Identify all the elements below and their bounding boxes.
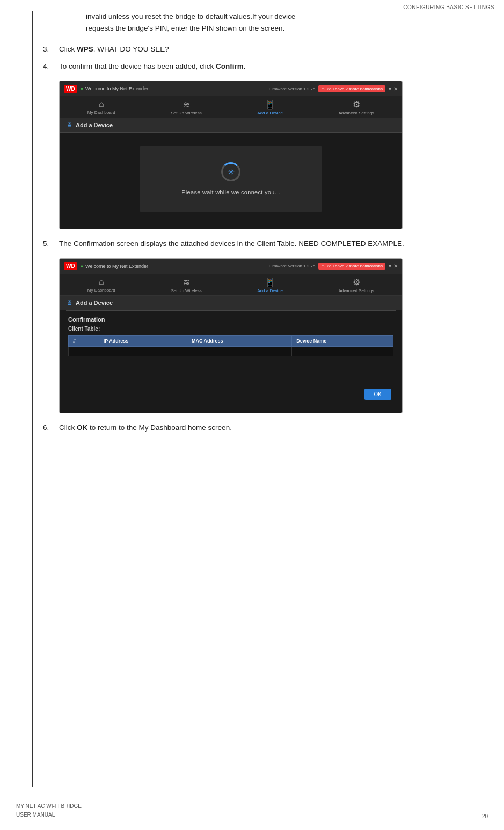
step-5: 5. The Confirmation screen displays the … — [43, 238, 488, 250]
table-row — [69, 346, 393, 356]
cell-hash — [69, 346, 99, 356]
wd-welcome-icon-2: ● — [81, 264, 83, 269]
nav-dashboard-label: My Dashboard — [87, 110, 115, 115]
client-table-label: Client Table: — [68, 326, 393, 332]
step-6-number: 6. — [43, 422, 59, 434]
wd-waiting-box: ✳ Please wait while we connect you... — [140, 146, 322, 212]
footer-manual: USER MANUAL — [16, 811, 82, 819]
col-hash: # — [69, 335, 99, 346]
step-4-prefix: To confirm that the device has been adde… — [59, 62, 216, 70]
warning-icon-2: ⚠ — [321, 264, 325, 268]
nav-advanced-label-2: Advanced Settings — [338, 288, 374, 293]
step-6-prefix: Click — [59, 424, 77, 432]
step-5-number: 5. — [43, 238, 59, 250]
step-6: 6. Click OK to return to the My Dashboar… — [43, 422, 488, 434]
wd-nav-2: ⌂ My Dashboard ≋ Set Up Wireless 📱 Add a… — [60, 274, 402, 296]
table-header-row: # IP Address MAC Address Device Name — [69, 335, 393, 346]
ok-button[interactable]: OK — [364, 389, 391, 400]
step-6-text: Click OK to return to the My Dashboard h… — [59, 422, 488, 434]
wd-firmware-2: Firmware Version 1.2.75 — [269, 264, 316, 268]
ok-button-row: OK — [68, 389, 393, 400]
wd-topbar-right-2: Firmware Version 1.2.75 ⚠ You have 2 mor… — [269, 263, 398, 270]
nav-dashboard-2[interactable]: ⌂ My Dashboard — [87, 277, 115, 293]
section-title-2: Add a Device — [76, 300, 113, 306]
cell-mac — [187, 346, 291, 356]
wd-topbar-icons: ▾ ✕ — [389, 86, 398, 92]
wd-topbar: WD ● Welcome to My Net Extender Firmware… — [60, 81, 402, 96]
nav-advanced-label: Advanced Settings — [338, 111, 374, 115]
wd-waiting-content: ✳ Please wait while we connect you... — [60, 133, 402, 224]
page-header-title: CONFIGURING BASIC SETTINGS — [403, 4, 494, 10]
main-content: invalid unless you reset the bridge to d… — [43, 11, 488, 439]
device-icon-2: 📱 — [265, 277, 275, 287]
nav-wireless-2[interactable]: ≋ Set Up Wireless — [171, 277, 201, 293]
nav-advanced[interactable]: ⚙ Advanced Settings — [338, 99, 374, 115]
wd-logo-2: WD — [64, 262, 77, 270]
nav-add-device-label-2: Add a Device — [257, 288, 283, 293]
step-4-suffix: . — [244, 62, 246, 70]
home-icon-2: ⌂ — [99, 277, 104, 287]
wireless-icon: ≋ — [183, 99, 190, 110]
wd-welcome-text: ● — [81, 86, 83, 91]
step-4: 4. To confirm that the device has been a… — [43, 61, 488, 72]
nav-wireless[interactable]: ≋ Set Up Wireless — [171, 99, 201, 115]
wd-notification: ⚠ You have 2 more notifications — [318, 85, 385, 92]
nav-wireless-label: Set Up Wireless — [171, 111, 201, 115]
settings-icon-2: ⚙ — [353, 277, 360, 287]
nav-advanced-2[interactable]: ⚙ Advanced Settings — [338, 277, 374, 293]
wd-app-waiting: WD ● Welcome to My Net Extender Firmware… — [60, 81, 402, 229]
app-bottom-bar-2 — [60, 409, 402, 413]
step-3-number: 3. — [43, 43, 59, 55]
left-border-decoration — [32, 11, 33, 787]
screenshot-waiting: WD ● Welcome to My Net Extender Firmware… — [59, 81, 403, 229]
step-6-suffix: to return to the My Dashboard home scree… — [87, 424, 232, 432]
close-icon-2[interactable]: ✕ — [393, 263, 398, 269]
step-3-bold: WPS — [77, 45, 93, 53]
client-table-body — [69, 346, 393, 356]
step-3: 3. Click WPS. WHAT DO YOU SEE? — [43, 43, 488, 55]
wd-logo: WD — [64, 85, 77, 93]
nav-add-device-2[interactable]: 📱 Add a Device — [257, 277, 283, 293]
col-device: Device Name — [292, 335, 393, 346]
notification-text-2: You have 2 more notifications — [326, 264, 383, 268]
step-4-number: 4. — [43, 61, 59, 72]
wd-topbar-left: WD ● Welcome to My Net Extender — [64, 85, 148, 93]
wd-title: Welcome to My Net Extender — [85, 86, 148, 91]
wd-topbar-icons-2: ▾ ✕ — [389, 263, 398, 269]
client-table: # IP Address MAC Address Device Name — [68, 335, 393, 356]
screenshot-confirmation: WD ● Welcome to My Net Extender Firmware… — [59, 258, 403, 413]
step-4-bold: Confirm — [216, 62, 244, 70]
wd-firmware: Firmware Version 1.2.75 — [269, 86, 316, 91]
step-3-suffix: . WHAT DO YOU SEE? — [93, 45, 169, 53]
wd-topbar-2: WD ● Welcome to My Net Extender Firmware… — [60, 259, 402, 274]
notification-text: You have 2 more notifications — [326, 86, 383, 91]
intro-line2: requests the bridge's PIN, enter the PIN… — [86, 24, 284, 32]
step-4-text: To confirm that the device has been adde… — [59, 61, 488, 72]
nav-add-device[interactable]: 📱 Add a Device — [257, 99, 283, 115]
app-bottom-bar — [60, 224, 402, 229]
wd-topbar-right: Firmware Version 1.2.75 ⚠ You have 2 mor… — [269, 85, 398, 92]
dropdown-icon[interactable]: ▾ — [389, 86, 391, 92]
step-3-prefix: Click — [59, 45, 77, 53]
cell-ip — [99, 346, 187, 356]
nav-dashboard[interactable]: ⌂ My Dashboard — [87, 99, 115, 115]
loading-spinner: ✳ — [221, 162, 240, 181]
confirmation-title: Confirmation — [68, 316, 393, 323]
wd-topbar-left-2: WD ● Welcome to My Net Extender — [64, 262, 148, 270]
cell-device — [292, 346, 393, 356]
device-icon: 📱 — [265, 99, 275, 110]
warning-icon: ⚠ — [321, 86, 325, 91]
dropdown-icon-2[interactable]: ▾ — [389, 263, 391, 269]
intro-line1: invalid unless you reset the bridge to d… — [86, 12, 295, 20]
wd-app-confirmation: WD ● Welcome to My Net Extender Firmware… — [60, 259, 402, 413]
page-footer: MY NET AC WI-FI BRIDGE USER MANUAL 20 — [16, 802, 488, 819]
wd-notification-2: ⚠ You have 2 more notifications — [318, 263, 385, 270]
wd-confirmation-content: Confirmation Client Table: # IP Address … — [60, 311, 402, 409]
wd-section-bar: 🖥 Add a Device — [60, 118, 402, 133]
close-icon[interactable]: ✕ — [393, 86, 398, 92]
section-title: Add a Device — [76, 122, 113, 128]
client-table-header: # IP Address MAC Address Device Name — [69, 335, 393, 346]
footer-left: MY NET AC WI-FI BRIDGE USER MANUAL — [16, 802, 82, 819]
col-ip: IP Address — [99, 335, 187, 346]
home-icon: ⌂ — [99, 99, 104, 109]
